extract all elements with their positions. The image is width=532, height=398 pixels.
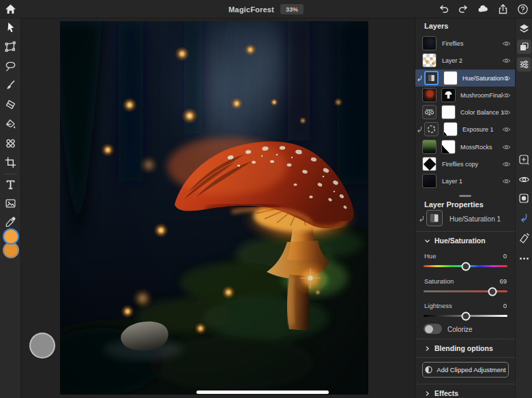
add-layer-icon[interactable]	[518, 154, 530, 166]
hue-saturation-section-header[interactable]: Hue/Saturation	[424, 236, 486, 245]
add-clipped-adjustment-button[interactable]: Add Clipped Adjustment	[422, 362, 509, 378]
divider	[415, 357, 515, 358]
transform-icon[interactable]	[518, 232, 530, 244]
task-bar	[515, 18, 532, 398]
saturation-slider-handle[interactable]	[488, 287, 497, 296]
layer-thumbnail[interactable]	[422, 53, 437, 67]
clipping-mask-arrow-icon	[417, 75, 422, 81]
type-tool-icon[interactable]	[5, 179, 16, 190]
layer-mask-thumbnail[interactable]	[441, 140, 456, 154]
transform-tool-icon[interactable]	[5, 41, 16, 52]
lightness-slider-handle[interactable]	[461, 311, 470, 320]
visibility-eye-icon[interactable]	[502, 57, 511, 64]
layer-row-mossrocks[interactable]: MossRocks	[415, 138, 515, 155]
layer-name: Layer 2	[442, 57, 462, 64]
layer-mask-thumbnail[interactable]	[443, 71, 458, 85]
adjustment-layer-thumbnail[interactable]	[422, 105, 437, 119]
toggle-knob	[425, 325, 433, 333]
canvas-document[interactable]	[60, 21, 368, 395]
layer-row-fireflies[interactable]: Fireflies	[415, 35, 515, 52]
layer-name: Color Balance 1	[460, 109, 504, 116]
layer-properties-icon[interactable]	[517, 40, 531, 54]
layer-row-mushroomfinal[interactable]: MushroomFinal	[415, 87, 515, 104]
layer-thumbnail[interactable]	[422, 36, 437, 50]
layer-name: Layer 1	[442, 178, 462, 185]
section-title: Effects	[434, 389, 458, 397]
eraser-tool-icon[interactable]	[5, 99, 16, 110]
visibility-eye-icon[interactable]	[502, 144, 511, 151]
clipping-mask-arrow-icon	[417, 126, 422, 132]
crop-tool-icon[interactable]	[5, 157, 16, 168]
layer-row-layer1[interactable]: Layer 1	[415, 172, 515, 189]
button-label: Add Clipped Adjustment	[437, 366, 505, 373]
move-tool-icon[interactable]	[5, 22, 16, 33]
adjustment-layer-thumbnail[interactable]	[424, 122, 439, 136]
cloud-sync-icon[interactable]	[477, 3, 489, 15]
visibility-eye-icon[interactable]	[502, 161, 511, 168]
visibility-eye-icon[interactable]	[518, 174, 530, 185]
visibility-eye-icon[interactable]	[502, 109, 511, 116]
hue-slider[interactable]	[424, 265, 507, 267]
clipping-mask-arrow-icon	[419, 216, 424, 222]
layer-name: Fireflies copy	[442, 161, 478, 168]
visibility-eye-icon[interactable]	[502, 178, 511, 185]
home-indicator-bar[interactable]	[196, 391, 329, 394]
toolbar-divider	[4, 174, 17, 174]
saturation-slider[interactable]	[424, 290, 507, 292]
layer-thumbnail[interactable]	[422, 88, 437, 102]
layer-mask-thumbnail[interactable]	[443, 122, 458, 136]
foreground-color-swatch[interactable]	[3, 228, 19, 245]
more-options-icon[interactable]	[518, 253, 530, 264]
help-icon[interactable]	[517, 3, 529, 15]
visibility-eye-icon[interactable]	[502, 92, 511, 99]
panel-drag-handle[interactable]	[459, 195, 471, 197]
share-icon[interactable]	[497, 3, 509, 15]
chevron-right-icon	[424, 346, 430, 352]
clip-layer-icon[interactable]	[518, 213, 530, 224]
layer-row-layer2[interactable]: Layer 2	[415, 52, 515, 69]
layer-mask-thumbnail[interactable]	[441, 105, 456, 119]
layer-row-color-balance[interactable]: Color Balance 1	[415, 104, 515, 121]
undo-icon[interactable]	[438, 3, 449, 15]
layer-thumbnail[interactable]	[422, 174, 437, 188]
touch-shortcut-button[interactable]	[29, 333, 55, 358]
layer-thumbnail[interactable]	[422, 140, 437, 154]
healing-tool-icon[interactable]	[5, 138, 16, 149]
layer-row-exposure[interactable]: Exposure 1	[415, 121, 515, 138]
zoom-level-badge[interactable]: 33%	[280, 4, 304, 14]
mushroom-artwork	[60, 21, 368, 395]
visibility-eye-icon[interactable]	[502, 40, 511, 47]
eyedropper-tool-icon[interactable]	[5, 216, 16, 228]
lightness-label: Lightness	[424, 302, 452, 309]
pasteboard	[21, 18, 415, 398]
layers-panel: Layers Fireflies Layer 2 Hue	[415, 18, 515, 398]
divider	[415, 384, 515, 384]
adjustment-layer-thumbnail[interactable]	[426, 210, 443, 226]
layer-mask-thumbnail[interactable]	[441, 88, 456, 102]
blending-options-section-header[interactable]: Blending options	[424, 344, 493, 352]
place-image-tool-icon[interactable]	[5, 198, 16, 209]
layer-thumbnail[interactable]	[422, 157, 437, 171]
saturation-value: 69	[499, 277, 507, 285]
redo-icon[interactable]	[458, 3, 469, 15]
adjustments-icon[interactable]	[517, 57, 531, 72]
layer-name: MushroomFinal	[460, 92, 503, 99]
divider	[415, 231, 515, 232]
colorize-toggle[interactable]	[424, 324, 442, 334]
visibility-eye-icon[interactable]	[502, 75, 511, 82]
fill-tool-icon[interactable]	[5, 119, 16, 130]
layer-mask-icon[interactable]	[518, 193, 530, 204]
lasso-tool-icon[interactable]	[5, 61, 16, 72]
hue-slider-handle[interactable]	[461, 262, 470, 271]
layers-stack-icon[interactable]	[518, 23, 530, 35]
layer-name: MossRocks	[460, 144, 492, 151]
adjustment-layer-thumbnail[interactable]	[424, 71, 439, 85]
lightness-slider[interactable]	[424, 315, 507, 317]
layer-row-hue-saturation[interactable]: Hue/Saturation 1	[415, 70, 515, 87]
lightness-value: 0	[503, 302, 507, 309]
selected-layer-name: Hue/Saturation 1	[449, 215, 501, 223]
layer-row-fireflies-copy[interactable]: Fireflies copy	[415, 155, 515, 172]
visibility-eye-icon[interactable]	[502, 126, 511, 133]
brush-tool-icon[interactable]	[5, 80, 16, 91]
effects-section-header[interactable]: Effects	[424, 389, 458, 397]
